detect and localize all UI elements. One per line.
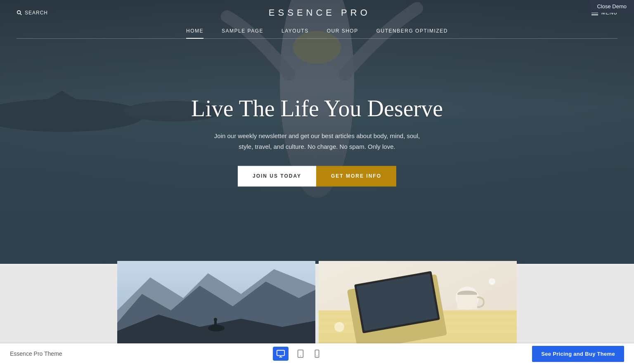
svg-rect-39: [298, 350, 303, 357]
svg-point-21: [214, 318, 217, 321]
nav-item-gutenberg[interactable]: GUTENBERG OPTIMIZED: [367, 24, 457, 39]
nav-item-sample-page[interactable]: SAMPLE PAGE: [213, 24, 272, 39]
nav-item-home[interactable]: HOME: [177, 24, 213, 39]
main-nav: HOME SAMPLE PAGE LAYOUTS OUR SHOP GUTENB…: [0, 18, 634, 39]
nav-item-our-shop[interactable]: OUR SHOP: [318, 24, 367, 39]
nav-divider: [17, 38, 617, 39]
get-more-info-button[interactable]: GET MORE INFO: [316, 166, 396, 187]
bottom-bar: Essence Pro Theme See Pricing and Buy Th: [0, 343, 634, 364]
mountain-scene: [117, 261, 315, 343]
card-mountain[interactable]: [117, 261, 315, 343]
mobile-icon: [312, 349, 322, 358]
buy-theme-button[interactable]: See Pricing and Buy Theme: [532, 346, 624, 362]
site-header: SEARCH ESSENCE PRO MENU HOME SAMPLE PAGE…: [0, 0, 634, 39]
tablet-icon-button[interactable]: [296, 349, 305, 358]
svg-line-1: [20, 14, 22, 15]
svg-point-34: [489, 278, 495, 285]
desktop-icon: [276, 349, 285, 358]
card-mountain-image: [117, 261, 315, 343]
desktop-icon-button[interactable]: [273, 347, 289, 361]
svg-rect-41: [315, 350, 319, 357]
hero-buttons: JOIN US TODAY GET MORE INFO: [173, 166, 461, 187]
search-label: SEARCH: [25, 10, 48, 16]
card-laptop[interactable]: [319, 261, 517, 343]
theme-name-label: Essence Pro Theme: [10, 350, 62, 357]
svg-point-0: [17, 11, 21, 14]
svg-point-40: [300, 356, 301, 357]
mobile-icon-button[interactable]: [312, 349, 322, 358]
device-icons: [273, 347, 322, 361]
search-link[interactable]: SEARCH: [17, 10, 48, 16]
hero-headline: Live The Life You Deserve: [173, 95, 461, 122]
header-top: SEARCH ESSENCE PRO MENU: [0, 0, 634, 18]
tablet-icon: [296, 349, 305, 358]
svg-point-22: [208, 325, 225, 331]
svg-point-35: [334, 322, 344, 332]
svg-rect-33: [457, 295, 477, 309]
card-laptop-image: [319, 261, 517, 343]
hero-content: Live The Life You Deserve Join our weekl…: [173, 95, 461, 186]
site-title[interactable]: ESSENCE PRO: [269, 7, 371, 18]
hero-subtitle: Join our weekly newsletter and get our b…: [173, 131, 461, 152]
cards-section: [0, 261, 634, 343]
svg-point-42: [317, 356, 317, 357]
search-icon: [17, 10, 22, 16]
close-demo-button[interactable]: Close Demo: [589, 0, 634, 13]
laptop-scene: [319, 261, 517, 343]
join-us-button[interactable]: JOIN US TODAY: [238, 166, 316, 187]
hero-section: Live The Life You Deserve Join our weekl…: [0, 0, 634, 264]
nav-item-layouts[interactable]: LAYOUTS: [272, 24, 318, 39]
svg-rect-36: [277, 350, 284, 356]
